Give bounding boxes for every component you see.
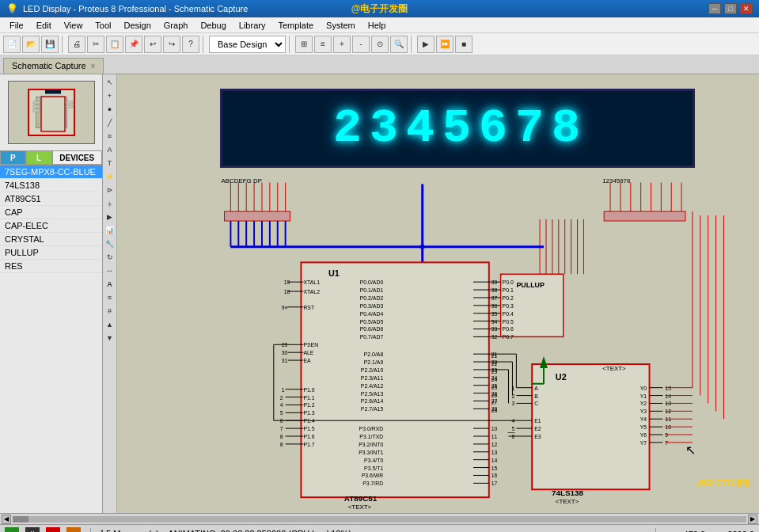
svg-text:28: 28 — [491, 408, 498, 413]
menu-system[interactable]: System — [320, 19, 362, 32]
scroll-thumb[interactable] — [13, 516, 28, 522]
pullup-label: PULLUP — [516, 281, 545, 289]
preview-box — [8, 81, 95, 144]
svg-text:A: A — [534, 386, 538, 391]
u2-label: U2 — [556, 372, 567, 382]
device-item-cap[interactable]: CAP — [0, 206, 102, 219]
svg-text:27: 27 — [491, 400, 498, 405]
tool-label[interactable]: A — [104, 143, 116, 156]
tab-p[interactable]: P — [0, 150, 26, 165]
device-item-74ls138[interactable]: 74LS138 — [0, 179, 102, 192]
save-button[interactable]: 💾 — [41, 36, 59, 53]
tool-marker[interactable]: ▶ — [104, 211, 116, 223]
play-button[interactable]: ▶ — [5, 527, 19, 533]
tool-junction[interactable]: ● — [104, 103, 116, 116]
scroll-left[interactable]: ◀ — [2, 515, 11, 524]
zoom-fit[interactable]: ⊙ — [371, 36, 389, 53]
menu-tool[interactable]: Tool — [89, 19, 117, 32]
tab-schematic[interactable]: Schematic Capture × — [3, 58, 104, 74]
svg-text:7: 7 — [280, 426, 283, 431]
tool-wire[interactable]: ╱ — [104, 116, 116, 129]
svg-text:—: — — [508, 428, 515, 436]
svg-rect-1 — [33, 101, 40, 104]
animation-status: ANIMATING: 00:00:33.350000 (CPU load 13%… — [168, 529, 351, 532]
tool-mirror[interactable]: ↔ — [104, 264, 116, 277]
zoom-in[interactable]: + — [333, 36, 351, 53]
tool-graph[interactable]: 📊 — [104, 224, 116, 237]
menu-file[interactable]: File — [3, 19, 30, 32]
tool-text[interactable]: T — [104, 157, 116, 169]
svg-text:5: 5 — [280, 410, 283, 416]
print-button[interactable]: 🖨 — [68, 36, 85, 53]
zoom-area[interactable]: 🔍 — [390, 36, 408, 53]
hscroll[interactable]: ◀ ▶ — [0, 513, 759, 524]
scroll-right[interactable]: ▶ — [748, 515, 757, 524]
tab-devices[interactable]: DEVICES — [52, 150, 103, 165]
tool-arrow-up[interactable]: ▲ — [104, 318, 116, 331]
tool-probe[interactable]: ⚡ — [104, 170, 116, 183]
scroll-track[interactable] — [13, 516, 746, 522]
device-item-pullup[interactable]: PULLUP — [0, 246, 102, 260]
tool-arrow-dn[interactable]: ▼ — [104, 332, 116, 344]
svg-text:Y7: Y7 — [640, 440, 647, 446]
tab-l[interactable]: L — [26, 150, 52, 165]
menu-edit[interactable]: Edit — [30, 19, 58, 32]
menu-view[interactable]: View — [58, 19, 89, 32]
design-dropdown[interactable]: Base Design — [209, 36, 286, 53]
tool-rotate[interactable]: ↻ — [104, 251, 116, 264]
redo-button[interactable]: ↪ — [163, 36, 180, 53]
pause-button[interactable]: ⏸ — [25, 527, 40, 533]
status-sep1 — [90, 528, 91, 533]
tool-a[interactable]: A — [104, 278, 116, 291]
led-label-right: 12345678 — [602, 177, 631, 184]
svg-text:29: 29 — [282, 342, 288, 348]
tool-num[interactable]: # — [104, 305, 116, 317]
svg-text:21: 21 — [491, 353, 498, 359]
svg-text:Y2: Y2 — [640, 401, 647, 406]
tool-bus[interactable]: ≡ — [104, 130, 116, 142]
copy-button[interactable]: 📋 — [106, 36, 123, 53]
maximize-button[interactable]: □ — [724, 3, 737, 14]
undo-button[interactable]: ↩ — [144, 36, 161, 53]
help-btn[interactable]: ? — [182, 36, 199, 53]
tool-eq[interactable]: ≡ — [104, 291, 116, 304]
stop-button[interactable]: ■ — [455, 36, 472, 53]
paste-button[interactable]: 📌 — [125, 36, 142, 53]
zoom-out[interactable]: - — [352, 36, 370, 53]
menu-template[interactable]: Template — [271, 19, 320, 32]
connector-box-left — [224, 211, 290, 221]
tool-port[interactable]: ⊳ — [104, 184, 116, 196]
device-item-at89c51[interactable]: AT89C51 — [0, 192, 102, 206]
menu-debug[interactable]: Debug — [194, 19, 232, 32]
device-item-crystal[interactable]: CRYSTAL — [0, 233, 102, 246]
cut-button[interactable]: ✂ — [87, 36, 104, 53]
svg-text:38: 38 — [491, 287, 498, 293]
svg-text:8: 8 — [280, 434, 283, 439]
new-button[interactable]: 📄 — [3, 36, 21, 53]
menu-design[interactable]: Design — [118, 19, 157, 32]
menu-graph[interactable]: Graph — [157, 19, 195, 32]
open-button[interactable]: 📂 — [22, 36, 40, 53]
zoom-btn1[interactable]: ⊞ — [295, 36, 313, 53]
tool-select[interactable]: ↖ — [104, 76, 116, 89]
main-area: P L DEVICES 7SEG-MPX8-CC-BLUE 74LS138 AT… — [0, 74, 759, 513]
zoom-btn2[interactable]: ≡ — [314, 36, 332, 53]
tool-component[interactable]: + — [104, 89, 116, 102]
step-button-status[interactable]: ⏭ — [66, 527, 81, 533]
svg-text:E3: E3 — [534, 434, 541, 439]
device-item-res[interactable]: RES — [0, 260, 102, 273]
device-item-cap-elec[interactable]: CAP-ELEC — [0, 219, 102, 233]
minimize-button[interactable]: ─ — [708, 3, 721, 14]
close-button[interactable]: ✕ — [740, 3, 753, 14]
tool-instrument[interactable]: 🔧 — [104, 238, 116, 250]
tab-close[interactable]: × — [91, 62, 96, 70]
device-item-7seg[interactable]: 7SEG-MPX8-CC-BLUE — [0, 165, 102, 179]
run-button[interactable]: ▶ — [417, 36, 435, 53]
menu-library[interactable]: Library — [233, 19, 272, 32]
step-button[interactable]: ⏩ — [436, 36, 454, 53]
stop-button-status[interactable]: ■ — [46, 527, 60, 533]
svg-text:Y6: Y6 — [640, 432, 647, 438]
tool-power[interactable]: ⏚ — [104, 197, 116, 210]
menu-help[interactable]: Help — [362, 19, 393, 32]
canvas[interactable]: 2 3 4 5 6 7 8 ABCDEFG DP 12345678 — [117, 74, 759, 513]
